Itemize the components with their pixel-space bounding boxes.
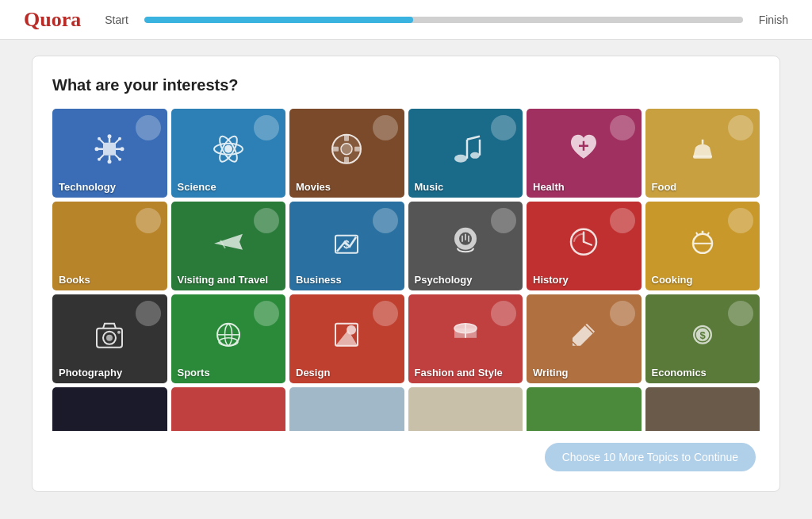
topic-movies[interactable]: Movies bbox=[289, 109, 404, 198]
topic-psychology[interactable]: Psychology bbox=[408, 202, 523, 290]
topic-row4-1[interactable] bbox=[52, 387, 167, 431]
progress-bar bbox=[144, 17, 743, 23]
topic-sports[interactable]: Sports bbox=[171, 294, 286, 383]
svg-point-22 bbox=[341, 144, 352, 155]
continue-button-row: Choose 10 More Topics to Continue bbox=[52, 443, 760, 475]
svg-point-7 bbox=[95, 147, 99, 151]
topic-economics[interactable]: $ Economics bbox=[645, 294, 760, 383]
svg-point-57 bbox=[219, 338, 238, 346]
topic-cooking-label: Cooking bbox=[645, 269, 760, 290]
svg-line-45 bbox=[584, 242, 592, 245]
topic-science[interactable]: Science bbox=[171, 109, 286, 198]
main-content: What are your interests? bbox=[0, 40, 812, 508]
svg-point-17 bbox=[224, 145, 232, 153]
topic-row4-3[interactable] bbox=[289, 387, 404, 431]
svg-rect-0 bbox=[103, 143, 116, 156]
topic-books[interactable]: Books bbox=[52, 202, 167, 290]
topic-fashion[interactable]: Fashion and Style bbox=[408, 294, 523, 383]
topic-row4-6[interactable] bbox=[645, 387, 760, 431]
topic-design-label: Design bbox=[289, 362, 404, 383]
topic-health[interactable]: Health bbox=[527, 109, 642, 198]
topic-music-label: Music bbox=[408, 176, 523, 198]
svg-point-28 bbox=[470, 152, 480, 159]
topic-sports-label: Sports bbox=[171, 362, 286, 383]
topic-photography[interactable]: Photography bbox=[52, 294, 167, 383]
topic-technology[interactable]: Technology bbox=[52, 109, 167, 198]
svg-point-16 bbox=[118, 158, 121, 161]
topic-cooking[interactable]: Cooking bbox=[645, 202, 760, 290]
svg-rect-26 bbox=[344, 157, 349, 163]
topic-design[interactable]: Design bbox=[289, 294, 404, 383]
svg-point-6 bbox=[108, 160, 112, 163]
svg-point-14 bbox=[118, 137, 121, 140]
svg-rect-23 bbox=[332, 147, 339, 152]
header: Quora Start Finish bbox=[0, 0, 812, 40]
topic-business-label: Business bbox=[289, 269, 404, 290]
progress-fill bbox=[144, 17, 414, 23]
topic-photography-label: Photography bbox=[52, 362, 167, 383]
svg-point-27 bbox=[454, 155, 467, 163]
logo: Quora bbox=[24, 8, 81, 32]
topic-row4-2[interactable] bbox=[171, 387, 286, 431]
svg-point-15 bbox=[98, 158, 101, 161]
topic-health-label: Health bbox=[527, 176, 642, 198]
svg-point-54 bbox=[117, 331, 121, 334]
topic-psychology-label: Psychology bbox=[408, 269, 523, 290]
topic-history-label: History bbox=[527, 269, 642, 290]
topic-food-label: Food bbox=[645, 176, 760, 198]
topic-science-label: Science bbox=[171, 176, 286, 198]
topic-row4-4[interactable] bbox=[408, 387, 523, 431]
topic-business[interactable]: $ Business bbox=[289, 202, 404, 290]
topic-economics-label: Economics bbox=[645, 362, 760, 383]
svg-text:$: $ bbox=[699, 329, 706, 341]
topic-writing-label: Writing bbox=[527, 362, 642, 383]
topic-movies-label: Movies bbox=[289, 176, 404, 198]
svg-point-8 bbox=[121, 147, 124, 151]
topic-food[interactable]: Food bbox=[645, 109, 760, 198]
topic-music[interactable]: Music bbox=[408, 109, 523, 198]
svg-line-31 bbox=[467, 136, 480, 140]
topic-fashion-label: Fashion and Style bbox=[408, 362, 523, 383]
start-label: Start bbox=[105, 13, 128, 26]
svg-rect-24 bbox=[354, 147, 361, 152]
card-title: What are your interests? bbox=[52, 76, 760, 94]
continue-button[interactable]: Choose 10 More Topics to Continue bbox=[545, 443, 756, 471]
topic-books-label: Books bbox=[52, 269, 167, 290]
finish-label: Finish bbox=[759, 13, 788, 26]
partial-row bbox=[52, 387, 760, 431]
topic-writing[interactable]: Writing bbox=[527, 294, 642, 383]
svg-point-13 bbox=[98, 137, 101, 140]
topic-technology-label: Technology bbox=[52, 176, 167, 198]
svg-rect-25 bbox=[344, 135, 349, 141]
topic-visiting[interactable]: Visiting and Travel bbox=[171, 202, 286, 290]
topics-grid: Technology Science bbox=[52, 109, 760, 383]
topic-history[interactable]: History bbox=[527, 202, 642, 290]
svg-rect-34 bbox=[693, 156, 712, 159]
interests-card: What are your interests? bbox=[32, 56, 780, 492]
topic-row4-5[interactable] bbox=[527, 387, 642, 431]
svg-point-5 bbox=[108, 134, 112, 138]
svg-point-53 bbox=[106, 335, 113, 341]
topic-visiting-label: Visiting and Travel bbox=[171, 269, 286, 290]
